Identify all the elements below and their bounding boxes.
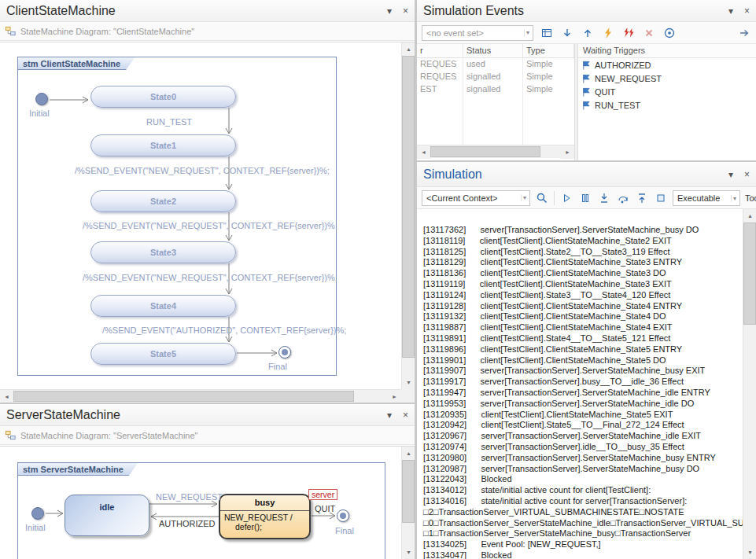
events-horizontal-scrollbar[interactable]: ◄ ► (417, 145, 574, 158)
state-state5[interactable]: State5 (90, 343, 236, 365)
client-statemachine-panel: ClientStateMachine ▾ × StateMachine Diag… (0, 0, 415, 403)
close-icon[interactable]: × (403, 410, 408, 420)
events-toolbar: <no event set> ▾ (417, 22, 756, 44)
step-into-icon[interactable] (597, 191, 611, 205)
column-header-type[interactable]: Type (523, 44, 574, 57)
scroll-thumb[interactable] (402, 56, 415, 358)
event-row[interactable]: REQUES used Simple (417, 58, 574, 71)
chevron-down-icon[interactable]: ▾ (387, 6, 392, 16)
transition-label-quit: QUIT (315, 504, 335, 513)
state-state3[interactable]: State3 (90, 241, 236, 263)
scroll-left-button[interactable]: ◄ (417, 145, 430, 159)
close-icon[interactable]: × (403, 6, 408, 16)
events-panel-title: Simulation Events (423, 4, 524, 18)
waiting-trigger-item[interactable]: QUIT (578, 85, 756, 98)
client-vertical-scrollbar[interactable]: ▲ ▼ (401, 42, 415, 389)
scroll-right-button[interactable]: ► (388, 390, 401, 403)
log-vertical-scrollbar[interactable]: ▲ ▼ (743, 209, 756, 559)
scroll-down-button[interactable]: ▼ (402, 376, 415, 389)
scroll-up-button[interactable]: ▲ (402, 447, 415, 460)
scroll-down-button[interactable]: ▼ (402, 546, 415, 559)
log-line: [13120942] client[TestClient].State5__TO… (423, 420, 743, 431)
state-idle[interactable]: idle (65, 495, 149, 536)
server-diagram-canvas[interactable]: stm ServerStateMachine Initial idle serv… (0, 447, 401, 559)
state-state0[interactable]: State0 (90, 86, 236, 108)
waiting-triggers-title: Waiting Triggers (578, 44, 756, 57)
fire-event-icon[interactable] (737, 26, 751, 40)
scroll-thumb[interactable] (743, 222, 756, 325)
executable-combo[interactable]: Executable ▾ (673, 190, 740, 206)
stop-simulation-icon[interactable] (654, 191, 668, 205)
event-list-icon[interactable] (540, 26, 554, 40)
initial-node[interactable] (31, 507, 44, 520)
close-icon[interactable]: × (744, 170, 750, 179)
column-header-status[interactable]: Status (463, 44, 523, 57)
log-line: [13119132] client[TestClient].ClientStat… (423, 311, 743, 322)
log-line: □2□TransactionServer_VIRTUAL_SUBMACHINES… (423, 507, 743, 518)
state-busy[interactable]: busy NEW_REQUEST / defer(); (219, 494, 311, 539)
server-vertical-scrollbar[interactable]: ▲ ▼ (401, 447, 415, 559)
waiting-trigger-item[interactable]: NEW_REQUEST (578, 72, 756, 85)
tools-menu-label[interactable]: Tools (745, 193, 756, 203)
context-combo[interactable]: <Current Context> ▾ (422, 190, 530, 206)
log-line: [13119891] client[TestClient].State4__TO… (423, 333, 743, 344)
server-header-icons: ▾ × (387, 410, 408, 420)
chevron-down-icon[interactable]: ▾ (728, 170, 733, 179)
log-line: [13122043] Blocked (423, 474, 743, 485)
client-horizontal-scrollbar[interactable]: ◄ ► (0, 389, 401, 403)
waiting-trigger-item[interactable]: RUN_TEST (578, 98, 756, 112)
client-diagram-area: stm ClientStateMachine Initial State0 St… (0, 42, 415, 403)
scroll-up-button[interactable]: ▲ (402, 42, 415, 56)
event-set-combo[interactable]: <no event set> ▾ (422, 25, 533, 41)
final-node[interactable] (337, 509, 349, 522)
initial-node[interactable] (35, 93, 48, 105)
scrollbar-corner (401, 389, 415, 403)
pause-simulation-icon[interactable] (578, 191, 592, 205)
target-icon[interactable] (662, 26, 677, 40)
scroll-left-button[interactable]: ◄ (0, 390, 13, 403)
context-combo-value: <Current Context> (426, 193, 498, 203)
scroll-down-button[interactable]: ▼ (743, 546, 756, 559)
log-line: [13118119] client[TestClient].ClientStat… (423, 236, 743, 247)
close-icon[interactable]: × (744, 6, 750, 16)
step-out-icon[interactable] (635, 191, 649, 205)
delete-icon[interactable] (642, 26, 656, 40)
move-down-icon[interactable] (560, 26, 574, 40)
scroll-right-button[interactable]: ► (561, 145, 574, 159)
event-type-cell: Simple (523, 58, 574, 71)
simulation-events-panel: Simulation Events ▾ × <no event set> ▾ r (417, 0, 756, 160)
client-panel-header: ClientStateMachine ▾ × (0, 0, 415, 22)
simulation-log[interactable]: [13117362] server[TransactionServer].Ser… (417, 209, 743, 559)
final-node[interactable] (278, 346, 291, 359)
step-over-icon[interactable] (616, 191, 630, 205)
trigger-flag-icon (581, 86, 592, 97)
column-divider (463, 58, 463, 145)
event-trigger-cell: EST (417, 83, 463, 96)
chevron-down-icon[interactable]: ▾ (728, 6, 733, 16)
waiting-trigger-item[interactable]: AUTHORIZED (578, 58, 756, 72)
log-line: [13120967] server[TransactionServer].Ser… (423, 431, 743, 442)
run-simulation-icon[interactable] (559, 191, 573, 205)
scroll-thumb[interactable] (13, 391, 354, 402)
search-icon[interactable] (535, 191, 549, 205)
diagram-icon (5, 429, 17, 441)
scroll-thumb[interactable] (430, 146, 540, 157)
state-state2[interactable]: State2 (90, 190, 236, 212)
trigger-icon[interactable] (601, 26, 615, 40)
state-state4[interactable]: State4 (90, 295, 236, 317)
log-line: [13120987] server[TransactionServer].Ser… (423, 464, 743, 475)
scroll-up-button[interactable]: ▲ (743, 209, 756, 222)
chevron-down-icon[interactable]: ▾ (387, 410, 392, 420)
event-row[interactable]: REQUES signalled Simple (417, 71, 574, 83)
log-line: [13119124] client[TestClient].State3__TO… (423, 290, 743, 301)
move-up-icon[interactable] (581, 26, 595, 40)
multi-trigger-icon[interactable] (621, 26, 636, 40)
column-header-trigger[interactable]: r (417, 44, 463, 57)
client-diagram-canvas[interactable]: stm ClientStateMachine Initial State0 St… (0, 42, 401, 389)
log-line: [13120974] server[TransactionServer].idl… (423, 442, 743, 453)
events-table[interactable]: r Status Type REQUES used Simple REQUES … (417, 44, 574, 160)
column-divider (522, 58, 523, 145)
event-row[interactable]: EST signalled Simple (417, 83, 574, 96)
scroll-thumb[interactable] (402, 460, 415, 523)
state-state1[interactable]: State1 (90, 134, 236, 156)
